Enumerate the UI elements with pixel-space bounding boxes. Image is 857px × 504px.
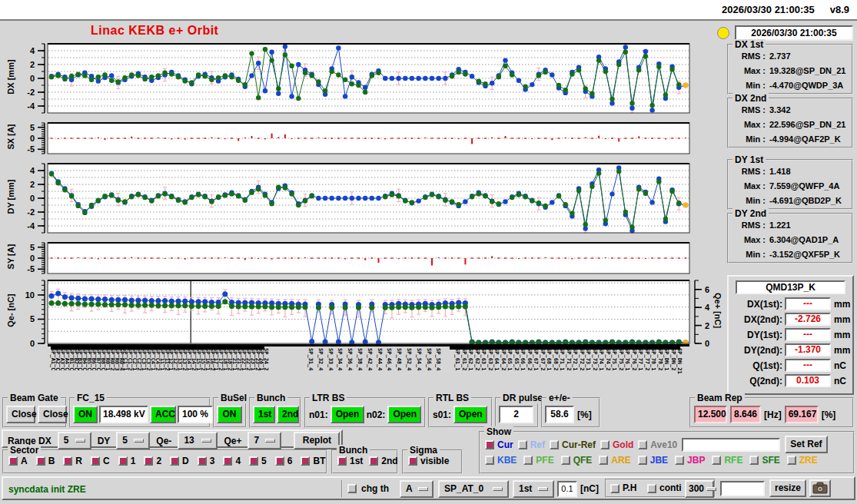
fc15-on-button[interactable]: ON xyxy=(73,406,98,423)
checkbox-icon[interactable] xyxy=(518,440,527,449)
show-checkbox-Cur[interactable]: Cur xyxy=(485,439,513,450)
x-axis-label: SP_75_2 xyxy=(618,348,624,371)
checkbox-icon[interactable] xyxy=(408,456,417,466)
ph-checkbox[interactable] xyxy=(610,484,619,493)
show-checkbox-ZRE[interactable]: ZRE xyxy=(787,455,818,466)
x-axis-label: SP_78_2 xyxy=(657,348,663,371)
busel-on-button[interactable]: ON xyxy=(217,406,242,423)
status-input[interactable] xyxy=(720,481,765,496)
bunch-checkbox-1st[interactable]: 1st xyxy=(337,456,363,466)
checkbox-icon[interactable] xyxy=(91,456,100,466)
show-checkbox-SFE[interactable]: SFE xyxy=(749,455,779,466)
monitor-row-unit: mm xyxy=(834,330,850,340)
checkbox-icon[interactable] xyxy=(523,456,533,465)
show-checkbox-Cur-Ref[interactable]: Cur-Ref xyxy=(550,439,596,450)
points-300-dropdown[interactable]: 300 xyxy=(685,480,714,498)
range-bar: Range DX 5 DY 5 Qe- 13 Qe+ 7 Replot xyxy=(2,429,343,448)
set-ref-button[interactable]: Set Ref xyxy=(785,436,827,453)
checkbox-icon[interactable] xyxy=(369,456,378,466)
checkbox-icon[interactable] xyxy=(63,456,72,466)
range-dy-dropdown[interactable]: 5 xyxy=(116,432,150,449)
show-checkbox-QFE[interactable]: QFE xyxy=(561,455,593,466)
threshold-field[interactable]: 0.1 xyxy=(557,481,577,497)
show-checkbox-RFE[interactable]: RFE xyxy=(712,455,742,466)
sector-checkbox-5[interactable]: 5 xyxy=(249,456,267,466)
bunch-1st-dropdown[interactable]: 1st xyxy=(513,480,554,498)
dr-pulse-group: DR pulse 2 xyxy=(495,397,539,428)
ltr-n02-open-button[interactable]: Open xyxy=(387,406,421,423)
checkbox-icon[interactable] xyxy=(198,456,207,466)
range-dx-dropdown[interactable]: 5 xyxy=(58,432,91,449)
checkbox-icon[interactable] xyxy=(749,456,759,465)
ltr-n01-open-button[interactable]: Open xyxy=(331,406,364,423)
checkbox-icon[interactable] xyxy=(223,456,232,466)
fc15-acc-button[interactable]: ACC xyxy=(150,406,176,423)
axis-label-sy: SY [A] xyxy=(6,229,15,284)
checkbox-icon[interactable] xyxy=(638,456,647,465)
checkbox-icon[interactable] xyxy=(275,456,284,466)
checkbox-icon[interactable] xyxy=(170,456,179,466)
svg-text:2: 2 xyxy=(705,321,709,330)
sector-checkbox-D[interactable]: D xyxy=(170,456,189,466)
checkbox-icon[interactable] xyxy=(675,456,684,465)
conti-checkbox[interactable] xyxy=(647,484,656,493)
show-checkbox-ARE[interactable]: ARE xyxy=(599,455,630,466)
beam-gate-close2-button[interactable]: Close xyxy=(38,406,67,423)
checkbox-icon[interactable] xyxy=(301,456,310,466)
dropdown-handle-icon xyxy=(493,487,503,491)
sector-checkbox-2[interactable]: 2 xyxy=(144,456,161,466)
show-checkbox-Gold[interactable]: Gold xyxy=(600,439,633,450)
show-checkbox-JBE[interactable]: JBE xyxy=(638,455,668,466)
stats-max: Max :19.328@SP_DN_21 xyxy=(732,64,852,78)
sector-checkbox-C[interactable]: C xyxy=(91,456,110,466)
checkbox-icon[interactable] xyxy=(485,456,494,465)
charts-area: 420-2-4DX [mm]50-5SX [A]420-2-4DY [mm]50… xyxy=(0,0,722,400)
replot-button[interactable]: Replot xyxy=(294,432,340,449)
checkbox-label: 1st xyxy=(350,456,363,466)
sector-checkbox-B[interactable]: B xyxy=(36,456,55,466)
bunch-1st-button[interactable]: 1st xyxy=(253,406,275,423)
checkbox-icon[interactable] xyxy=(144,456,153,466)
show-checkbox-JBP[interactable]: JBP xyxy=(675,455,705,466)
sigma-checkbox-visible[interactable]: visible xyxy=(408,456,449,466)
checkbox-icon[interactable] xyxy=(599,456,608,465)
show-checkbox-KBE[interactable]: KBE xyxy=(485,455,517,466)
stats-group-dx-2nd: DX 2nd RMS :3.342 Max :22.596@SP_DN_21 M… xyxy=(727,98,853,148)
stats-max: Max :6.304@QAD1P_A xyxy=(732,233,852,247)
bunch-checkbox-2nd[interactable]: 2nd xyxy=(369,456,397,466)
checkbox-icon[interactable] xyxy=(787,456,796,465)
mode-a-dropdown[interactable]: A xyxy=(400,480,433,498)
checkbox-icon[interactable] xyxy=(550,440,559,449)
screenshot-button[interactable] xyxy=(809,479,831,497)
sector-checkbox-1[interactable]: 1 xyxy=(118,456,136,466)
show-checkbox-PFE[interactable]: PFE xyxy=(523,455,553,466)
show-checkbox-Ref[interactable]: Ref xyxy=(518,439,545,450)
chg-th-checkbox[interactable] xyxy=(347,484,357,493)
sector-checkbox-6[interactable]: 6 xyxy=(275,456,293,466)
ref-name-input[interactable] xyxy=(682,438,780,452)
sector-checkbox-R[interactable]: R xyxy=(63,456,82,466)
checkbox-icon[interactable] xyxy=(485,440,494,449)
sector-checkbox-BT[interactable]: BT xyxy=(301,456,325,466)
checkbox-icon[interactable] xyxy=(118,456,128,466)
monitor-panel: QMD13P_K DX(1st): --- mm DX(2nd): -2.726… xyxy=(727,275,854,395)
sector-checkbox-3[interactable]: 3 xyxy=(198,456,215,466)
show-checkbox-Ave10[interactable]: Ave10 xyxy=(638,439,677,450)
range-qem-dropdown[interactable]: 13 xyxy=(178,432,218,449)
resize-button[interactable]: resize xyxy=(769,479,806,497)
beam-gate-close1-button[interactable]: Close xyxy=(6,406,35,423)
range-qep-dropdown[interactable]: 7 xyxy=(247,432,281,449)
checkbox-icon[interactable] xyxy=(638,440,647,449)
rtl-s01-open-button[interactable]: Open xyxy=(453,406,487,423)
checkbox-icon[interactable] xyxy=(36,456,45,466)
sp-at-dropdown[interactable]: SP_AT_0 xyxy=(438,480,509,498)
checkbox-icon[interactable] xyxy=(249,456,258,466)
checkbox-icon[interactable] xyxy=(8,456,18,466)
checkbox-icon[interactable] xyxy=(712,456,721,465)
sector-checkbox-4[interactable]: 4 xyxy=(223,456,241,466)
sector-checkbox-A[interactable]: A xyxy=(8,456,28,466)
checkbox-icon[interactable] xyxy=(600,440,610,449)
checkbox-icon[interactable] xyxy=(561,456,570,465)
bunch-2nd-button[interactable]: 2nd xyxy=(277,406,299,423)
checkbox-icon[interactable] xyxy=(337,456,347,466)
